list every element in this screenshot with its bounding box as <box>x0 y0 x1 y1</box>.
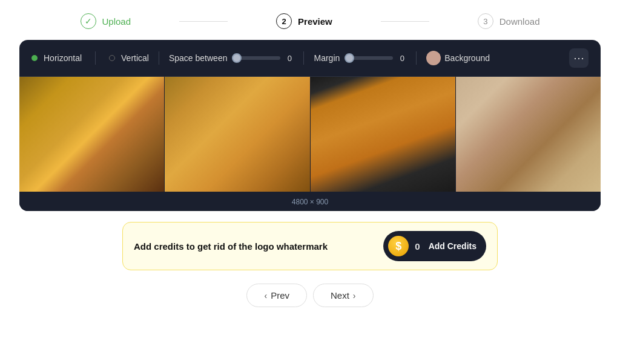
space-between-value: 0 <box>285 54 294 63</box>
sep4 <box>416 51 417 65</box>
check-icon: ✓ <box>81 13 96 29</box>
step-preview-num: 2 <box>276 13 292 29</box>
image-cell-4 <box>455 77 601 192</box>
step-upload-label: Upload <box>102 16 131 27</box>
next-chevron: › <box>353 291 356 301</box>
step-preview-label: Preview <box>298 16 332 27</box>
add-credits-button[interactable]: $ 0 Add Credits <box>383 231 486 261</box>
step-download[interactable]: 3 Download <box>478 13 540 29</box>
editor-panel: Horizontal Vertical Space between 0 Marg… <box>19 40 601 211</box>
step-divider-1 <box>179 21 228 22</box>
space-between-thumb[interactable] <box>232 53 242 63</box>
sep1 <box>95 51 96 65</box>
image-cell-1 <box>19 77 164 192</box>
image-strip <box>19 77 601 192</box>
more-button[interactable]: ⋯ <box>569 48 589 68</box>
margin-thumb[interactable] <box>345 53 354 63</box>
step-divider-2 <box>381 21 429 22</box>
add-credits-label: Add Credits <box>429 241 477 251</box>
sep2 <box>159 51 159 65</box>
step-download-num: 3 <box>478 13 493 29</box>
step-preview[interactable]: 2 Preview <box>276 13 332 29</box>
vertical-label[interactable]: Vertical <box>121 53 149 63</box>
sep3 <box>303 51 304 65</box>
image-cell-3 <box>310 77 455 192</box>
credit-count: 0 <box>415 241 420 252</box>
background-color-picker[interactable] <box>426 51 441 65</box>
margin-group: Margin 0 <box>314 53 406 63</box>
toolbar: Horizontal Vertical Space between 0 Marg… <box>19 40 601 77</box>
space-between-slider[interactable] <box>232 56 280 60</box>
vertical-radio-dot <box>109 55 115 61</box>
prev-chevron: ‹ <box>264 291 267 301</box>
horizontal-radio-dot <box>31 55 38 61</box>
margin-slider[interactable] <box>345 56 393 60</box>
step-bar: ✓ Upload 2 Preview 3 Download <box>0 0 620 40</box>
step-download-label: Download <box>500 16 540 27</box>
background-label: Background <box>444 53 490 63</box>
horizontal-label[interactable]: Horizontal <box>44 53 82 63</box>
space-between-group: Space between 0 <box>169 53 294 63</box>
prev-label: Prev <box>271 290 289 301</box>
margin-label: Margin <box>314 53 340 63</box>
background-group: Background <box>426 51 490 65</box>
nav-buttons: ‹ Prev Next › <box>246 284 373 307</box>
coin-symbol: $ <box>395 240 401 253</box>
margin-value: 0 <box>398 54 406 63</box>
prev-button[interactable]: ‹ Prev <box>246 284 307 307</box>
space-between-label: Space between <box>169 53 228 63</box>
coin-icon: $ <box>388 236 409 256</box>
next-label: Next <box>331 290 349 301</box>
step-upload[interactable]: ✓ Upload <box>81 13 131 29</box>
credits-banner: Add credits to get rid of the logo whate… <box>122 222 498 270</box>
credits-message: Add credits to get rid of the logo whate… <box>134 241 372 252</box>
orientation-group: Horizontal Vertical <box>31 51 149 65</box>
dimensions-label: 4800 × 900 <box>19 192 601 211</box>
image-cell-2 <box>164 77 309 192</box>
next-button[interactable]: Next › <box>313 284 374 307</box>
